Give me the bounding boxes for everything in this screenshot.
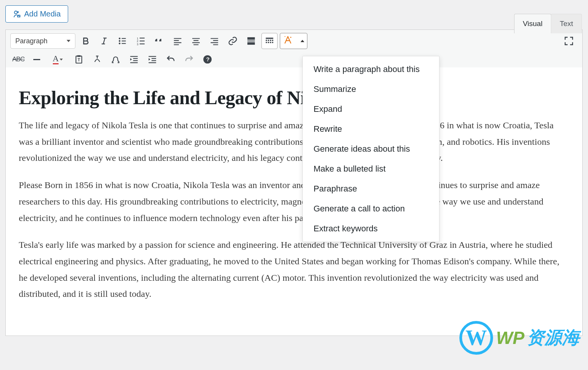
ai-menu-call-to-action[interactable]: Generate a call to action <box>303 199 439 219</box>
svg-rect-35 <box>149 56 156 57</box>
svg-text:3: 3 <box>137 43 138 46</box>
svg-point-4 <box>119 43 120 44</box>
editor-content-area[interactable]: Exploring the Life and Legacy of Nikola … <box>6 67 582 336</box>
blockquote-button[interactable] <box>151 33 167 49</box>
ai-menu-extract-keywords[interactable]: Extract keywords <box>303 219 439 239</box>
svg-rect-22 <box>266 42 267 43</box>
ai-menu-rewrite[interactable]: Rewrite <box>303 119 439 139</box>
svg-text:?: ? <box>206 56 209 62</box>
strikethrough-button[interactable]: ABC <box>10 51 26 67</box>
svg-rect-36 <box>152 58 156 59</box>
svg-rect-17 <box>266 38 273 39</box>
svg-point-3 <box>119 40 120 42</box>
caret-down-icon <box>60 59 63 61</box>
align-right-button[interactable] <box>206 33 222 49</box>
clear-formatting-button[interactable] <box>89 51 105 67</box>
svg-rect-12 <box>140 41 145 41</box>
svg-rect-18 <box>266 40 267 41</box>
toolbar-toggle-button[interactable] <box>261 33 278 49</box>
svg-rect-38 <box>149 62 156 63</box>
svg-rect-16 <box>247 42 255 45</box>
svg-rect-15 <box>247 41 255 41</box>
svg-text:T: T <box>78 57 80 62</box>
svg-rect-29 <box>77 55 81 57</box>
align-left-button[interactable] <box>170 33 186 49</box>
format-select-value: Paragraph <box>15 37 47 45</box>
editor-toolbar: Paragraph 123 <box>6 30 582 67</box>
horizontal-rule-button[interactable] <box>29 51 45 67</box>
outdent-button[interactable] <box>126 51 142 67</box>
svg-rect-6 <box>122 41 126 41</box>
bold-button[interactable] <box>78 33 94 49</box>
svg-rect-25 <box>272 42 273 43</box>
svg-point-2 <box>119 38 120 39</box>
indent-button[interactable] <box>144 51 160 67</box>
text-color-button[interactable]: A <box>47 51 69 67</box>
ai-menu-summarize[interactable]: Summarize <box>303 79 439 99</box>
ai-menu-bulleted-list[interactable]: Make a bulleted list <box>303 159 439 179</box>
svg-rect-13 <box>140 44 145 44</box>
ai-menu-paraphrase[interactable]: Paraphrase <box>303 179 439 199</box>
post-title: Exploring the Life and Legacy of Nikola … <box>19 87 569 109</box>
paragraph-2: Please Born in 1856 in what is now Croat… <box>19 177 569 226</box>
svg-point-27 <box>284 36 285 37</box>
paragraph-3: Tesla's early life was marked by a passi… <box>19 237 569 302</box>
add-media-button[interactable]: Add Media <box>5 5 68 23</box>
ai-icon <box>283 35 293 47</box>
hr-icon <box>33 59 40 60</box>
bullet-list-button[interactable] <box>114 33 131 49</box>
svg-point-26 <box>290 37 291 38</box>
svg-rect-31 <box>130 56 138 57</box>
paste-text-button[interactable]: T <box>71 51 87 67</box>
svg-rect-11 <box>140 38 145 38</box>
ai-menu-write-paragraph[interactable]: Write a paragraph about this <box>303 59 439 79</box>
caret-up-icon <box>301 40 304 42</box>
ai-menu-expand[interactable]: Expand <box>303 99 439 119</box>
readmore-button[interactable] <box>243 33 259 49</box>
redo-button[interactable] <box>181 51 197 67</box>
svg-rect-32 <box>133 58 138 59</box>
align-center-button[interactable] <box>188 33 204 49</box>
svg-rect-7 <box>122 43 126 44</box>
italic-button[interactable] <box>96 33 112 49</box>
svg-rect-14 <box>247 37 255 40</box>
undo-button[interactable] <box>163 51 179 67</box>
svg-rect-19 <box>268 40 269 41</box>
paragraph-1: The life and legacy of Nikola Tesla is o… <box>19 117 569 166</box>
media-icon <box>13 10 21 18</box>
svg-point-0 <box>15 11 17 13</box>
ai-dropdown-menu: Write a paragraph about this Summarize E… <box>302 56 439 242</box>
svg-rect-20 <box>270 40 271 41</box>
format-select[interactable]: Paragraph <box>10 33 75 49</box>
svg-rect-33 <box>133 60 138 61</box>
ai-button[interactable] <box>280 33 296 49</box>
svg-rect-34 <box>130 62 138 63</box>
special-char-button[interactable] <box>108 51 124 67</box>
svg-rect-21 <box>272 40 273 41</box>
ai-button-group <box>280 33 307 49</box>
editor-container: Paragraph 123 <box>5 29 583 336</box>
fullscreen-button[interactable] <box>561 33 577 49</box>
svg-rect-23 <box>268 42 269 43</box>
svg-rect-5 <box>122 38 126 39</box>
add-media-label: Add Media <box>24 10 61 18</box>
help-button[interactable]: ? <box>199 51 216 67</box>
ai-menu-generate-ideas[interactable]: Generate ideas about this <box>303 139 439 159</box>
caret-down-icon <box>67 40 70 42</box>
numbered-list-button[interactable]: 123 <box>133 33 149 49</box>
svg-rect-37 <box>152 60 156 61</box>
ai-dropdown-toggle[interactable] <box>296 33 307 49</box>
svg-rect-24 <box>270 42 271 43</box>
link-button[interactable] <box>225 33 241 49</box>
